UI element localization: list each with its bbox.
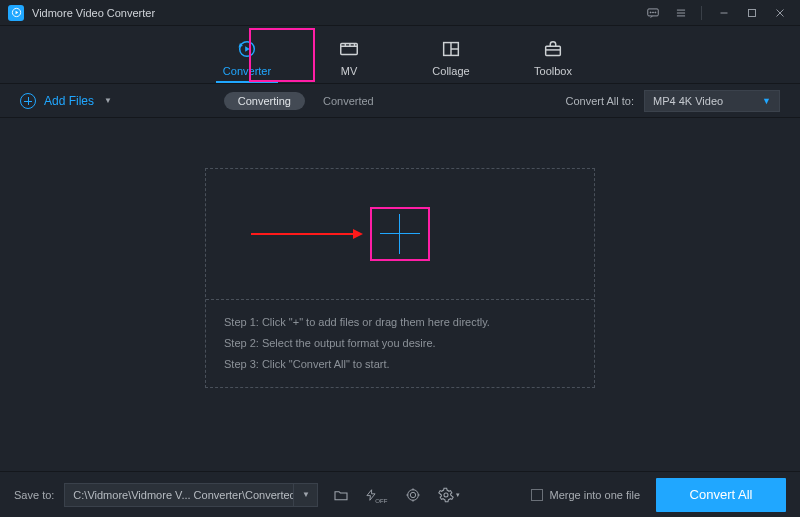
- tab-converter[interactable]: Converter: [216, 38, 278, 83]
- svg-point-5: [655, 11, 656, 12]
- open-folder-button[interactable]: [328, 483, 354, 507]
- add-files-plus-button[interactable]: [370, 207, 430, 261]
- format-value: MP4 4K Video: [653, 95, 723, 107]
- svg-rect-23: [546, 46, 561, 55]
- toolbar: Add Files ▼ Converting Converted Convert…: [0, 84, 800, 118]
- svg-rect-10: [749, 9, 756, 16]
- svg-marker-25: [367, 489, 375, 500]
- tab-mv[interactable]: MV: [318, 38, 380, 83]
- chevron-down-icon: ▼: [104, 96, 112, 105]
- svg-point-32: [444, 493, 448, 497]
- minimize-button[interactable]: [712, 1, 736, 25]
- footer: Save to: C:\Vidmore\Vidmore V... Convert…: [0, 471, 800, 517]
- main-tabs: Converter MV Collage Toolbox: [0, 26, 800, 84]
- instruction-steps: Step 1: Click "+" to add files or drag t…: [206, 300, 594, 387]
- app-title: Vidmore Video Converter: [32, 7, 155, 19]
- merge-checkbox[interactable]: Merge into one file: [531, 489, 641, 501]
- tab-label: Collage: [432, 65, 469, 77]
- maximize-button[interactable]: [740, 1, 764, 25]
- app-logo-icon: [8, 5, 24, 21]
- save-to-label: Save to:: [14, 489, 54, 501]
- annotation-arrow: [251, 233, 361, 235]
- drop-zone[interactable]: Step 1: Click "+" to add files or drag t…: [205, 168, 595, 388]
- add-files-label: Add Files: [44, 94, 94, 108]
- save-path-dropdown[interactable]: C:\Vidmore\Vidmore V... Converter\Conver…: [64, 483, 318, 507]
- plus-circle-icon: [20, 93, 36, 109]
- step-1: Step 1: Click "+" to add files or drag t…: [224, 312, 576, 333]
- workspace: Step 1: Click "+" to add files or drag t…: [0, 118, 800, 438]
- tab-label: Toolbox: [534, 65, 572, 77]
- svg-point-26: [408, 489, 419, 500]
- step-2: Step 2: Select the output format you des…: [224, 333, 576, 354]
- hardware-accel-button[interactable]: OFF: [364, 483, 390, 507]
- chevron-down-icon[interactable]: ▼: [294, 483, 318, 507]
- save-path-value: C:\Vidmore\Vidmore V... Converter\Conver…: [64, 483, 294, 507]
- checkbox-icon: [531, 489, 543, 501]
- mv-icon: [338, 38, 360, 60]
- tab-collage[interactable]: Collage: [420, 38, 482, 83]
- svg-point-27: [411, 492, 416, 497]
- converted-tab[interactable]: Converted: [323, 95, 374, 107]
- high-speed-button[interactable]: [400, 483, 426, 507]
- convert-all-label: Convert All: [690, 487, 753, 502]
- step-3: Step 3: Click "Convert All" to start.: [224, 354, 576, 375]
- drop-zone-upper: [206, 169, 594, 300]
- settings-button[interactable]: ▾: [436, 483, 462, 507]
- close-button[interactable]: [768, 1, 792, 25]
- conversion-status-segment: Converting Converted: [224, 92, 374, 110]
- title-bar: Vidmore Video Converter: [0, 0, 800, 26]
- svg-point-4: [653, 11, 654, 12]
- svg-point-3: [650, 11, 651, 12]
- convert-all-to-label: Convert All to:: [566, 95, 634, 107]
- dropdown-caret-icon: ▼: [762, 96, 771, 106]
- tab-label: MV: [341, 65, 358, 77]
- merge-label: Merge into one file: [550, 489, 641, 501]
- svg-marker-1: [15, 11, 18, 15]
- feedback-icon[interactable]: [641, 1, 665, 25]
- collage-icon: [440, 38, 462, 60]
- menu-icon[interactable]: [669, 1, 693, 25]
- converter-icon: [236, 38, 258, 60]
- convert-all-button[interactable]: Convert All: [656, 478, 786, 512]
- svg-marker-14: [245, 46, 250, 52]
- tab-toolbox[interactable]: Toolbox: [522, 38, 584, 83]
- output-format-dropdown[interactable]: MP4 4K Video ▼: [644, 90, 780, 112]
- tab-label: Converter: [223, 65, 271, 77]
- toolbox-icon: [542, 38, 564, 60]
- plus-icon: [380, 214, 420, 254]
- converting-pill[interactable]: Converting: [224, 92, 305, 110]
- add-files-button[interactable]: Add Files ▼: [20, 93, 112, 109]
